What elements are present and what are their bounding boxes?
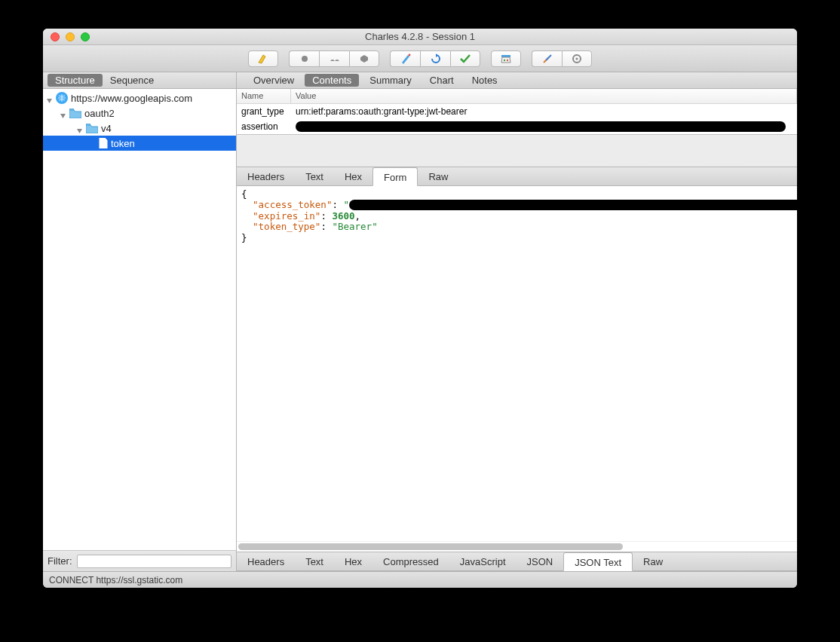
filter-bar: Filter: bbox=[43, 550, 236, 571]
subtab-text[interactable]: Text bbox=[295, 552, 334, 570]
subtab-headers[interactable]: Headers bbox=[237, 167, 295, 185]
detail-panel: Overview Contents Summary Chart Notes Na… bbox=[237, 72, 797, 571]
tree-folder-oauth2[interactable]: oauth2 bbox=[43, 105, 236, 121]
chevron-down-icon[interactable] bbox=[46, 95, 53, 102]
svg-point-7 bbox=[576, 57, 578, 60]
folder-icon bbox=[86, 124, 98, 133]
status-text: CONNECT https://ssl.gstatic.com bbox=[49, 575, 182, 585]
subtab-raw[interactable]: Raw bbox=[418, 167, 458, 185]
validate-button[interactable] bbox=[450, 50, 480, 67]
zoom-icon[interactable] bbox=[81, 32, 90, 41]
tab-notes[interactable]: Notes bbox=[464, 74, 505, 87]
filter-label: Filter: bbox=[48, 555, 72, 567]
subtab-hex[interactable]: Hex bbox=[334, 552, 372, 570]
tree-host[interactable]: https://www.googleapis.com bbox=[43, 90, 236, 105]
window-controls bbox=[51, 32, 90, 41]
request-panel: Name Value grant_type urn:ietf:params:oa… bbox=[237, 89, 797, 135]
json-expires-in: 3600 bbox=[332, 210, 354, 222]
kv-name: grant_type bbox=[237, 106, 291, 117]
chevron-down-icon[interactable] bbox=[60, 110, 66, 117]
svg-point-4 bbox=[504, 59, 505, 60]
subtab-form[interactable]: Form bbox=[372, 167, 418, 186]
response-subtabs: Headers Text Hex Compressed JavaScript J… bbox=[237, 552, 797, 571]
subtab-compressed[interactable]: Compressed bbox=[372, 552, 449, 570]
tree-item-token[interactable]: token bbox=[43, 136, 236, 151]
throttle-button[interactable] bbox=[319, 50, 349, 67]
horizontal-scrollbar[interactable] bbox=[237, 541, 797, 552]
tab-contents[interactable]: Contents bbox=[305, 74, 359, 87]
tab-overview[interactable]: Overview bbox=[246, 74, 302, 87]
tab-sequence[interactable]: Sequence bbox=[103, 74, 162, 87]
subtab-javascript[interactable]: JavaScript bbox=[449, 552, 517, 570]
detail-tabs: Overview Contents Summary Chart Notes bbox=[237, 72, 797, 89]
kv-name: assertion bbox=[237, 121, 291, 132]
tree-folder-label: v4 bbox=[101, 123, 112, 134]
subtab-raw[interactable]: Raw bbox=[633, 552, 673, 570]
tab-structure[interactable]: Structure bbox=[48, 74, 103, 87]
request-tree[interactable]: https://www.googleapis.com oauth2 bbox=[43, 89, 236, 550]
folder-icon bbox=[69, 109, 81, 118]
svg-marker-1 bbox=[360, 55, 368, 63]
record-button[interactable] bbox=[289, 50, 319, 67]
kv-value-redacted bbox=[291, 121, 797, 133]
col-name[interactable]: Name bbox=[237, 89, 291, 103]
toolbar bbox=[43, 45, 797, 72]
tab-summary[interactable]: Summary bbox=[362, 74, 419, 87]
kv-row[interactable]: grant_type urn:ietf:params:oauth:grant-t… bbox=[237, 104, 797, 119]
globe-icon bbox=[56, 92, 68, 104]
response-body[interactable]: { "access_token": " "expires_in": 3600, … bbox=[237, 186, 797, 541]
redacted-bar bbox=[349, 200, 797, 210]
request-subtabs: Headers Text Hex Form Raw bbox=[237, 167, 797, 186]
window-title: Charles 4.2.8 - Session 1 bbox=[365, 31, 475, 42]
col-value[interactable]: Value bbox=[291, 89, 797, 103]
tree-folder-label: oauth2 bbox=[84, 108, 115, 119]
chevron-down-icon[interactable] bbox=[76, 125, 83, 132]
publish-button[interactable] bbox=[491, 50, 521, 67]
close-icon[interactable] bbox=[51, 32, 60, 41]
tree-host-label: https://www.googleapis.com bbox=[71, 93, 192, 104]
subtab-json[interactable]: JSON bbox=[517, 552, 564, 570]
tools-button[interactable] bbox=[532, 50, 562, 67]
filter-input[interactable] bbox=[77, 555, 232, 568]
minimize-icon[interactable] bbox=[66, 32, 75, 41]
subtab-json-text[interactable]: JSON Text bbox=[563, 552, 633, 571]
sidebar-tabs: Structure Sequence bbox=[43, 72, 236, 89]
svg-point-5 bbox=[507, 59, 508, 60]
kv-header: Name Value bbox=[237, 89, 797, 104]
subtab-text[interactable]: Text bbox=[295, 167, 334, 185]
status-bar: CONNECT https://ssl.gstatic.com bbox=[43, 571, 797, 588]
svg-point-0 bbox=[302, 56, 308, 62]
sidebar: Structure Sequence https://www.googleapi… bbox=[43, 72, 237, 571]
titlebar: Charles 4.2.8 - Session 1 bbox=[43, 29, 797, 45]
edit-button[interactable] bbox=[390, 50, 420, 67]
kv-value: urn:ietf:params:oauth:grant-type:jwt-bea… bbox=[291, 106, 797, 117]
redacted-bar bbox=[296, 121, 786, 132]
breakpoints-button[interactable] bbox=[349, 50, 379, 67]
panel-divider[interactable] bbox=[237, 135, 797, 167]
subtab-hex[interactable]: Hex bbox=[334, 167, 372, 185]
tree-item-label: token bbox=[111, 138, 135, 149]
settings-button[interactable] bbox=[562, 50, 592, 67]
tree-folder-v4[interactable]: v4 bbox=[43, 121, 236, 136]
file-icon bbox=[99, 138, 108, 148]
main-content: Structure Sequence https://www.googleapi… bbox=[43, 72, 797, 571]
clear-button[interactable] bbox=[248, 50, 278, 67]
repeat-button[interactable] bbox=[420, 50, 450, 67]
app-window: Charles 4.2.8 - Session 1 bbox=[43, 29, 797, 588]
json-token-type: Bearer bbox=[338, 221, 372, 232]
kv-row[interactable]: assertion bbox=[237, 119, 797, 134]
tab-chart[interactable]: Chart bbox=[422, 74, 461, 87]
subtab-headers[interactable]: Headers bbox=[237, 552, 295, 570]
svg-point-2 bbox=[408, 54, 410, 56]
